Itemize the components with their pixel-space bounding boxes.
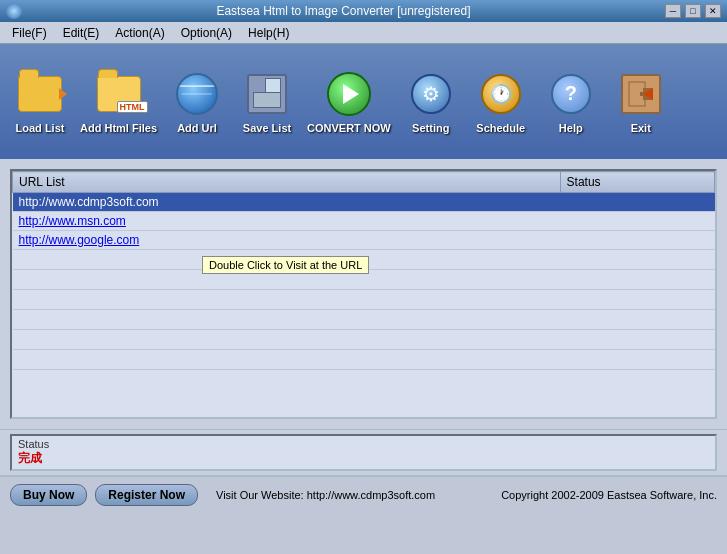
convert-now-icon	[325, 70, 373, 118]
floppy-icon	[247, 74, 287, 114]
exit-label: Exit	[631, 122, 651, 134]
html-folder-icon: HTML	[97, 76, 141, 112]
col-url-header: URL List	[13, 172, 561, 193]
play-icon	[327, 72, 371, 116]
convert-now-label: CONVERT NOW	[307, 122, 391, 134]
minimize-button[interactable]: ─	[665, 4, 681, 18]
table-row[interactable]: http://www.google.com	[13, 231, 715, 250]
add-url-icon	[173, 70, 221, 118]
exit-icon	[617, 70, 665, 118]
help-icon: ?	[547, 70, 595, 118]
status-cell	[560, 231, 714, 250]
load-list-button[interactable]: Load List	[10, 70, 70, 134]
url-link[interactable]: http://www.msn.com	[19, 214, 126, 228]
url-cell[interactable]: http://www.cdmp3soft.com	[13, 193, 561, 212]
door-icon	[621, 74, 661, 114]
table-row	[13, 290, 715, 310]
load-list-icon	[16, 70, 64, 118]
add-html-files-button[interactable]: HTML Add Html Files	[80, 70, 157, 134]
setting-icon: ⚙	[407, 70, 455, 118]
url-cell[interactable]: http://www.msn.com	[13, 212, 561, 231]
convert-now-button[interactable]: CONVERT NOW	[307, 70, 391, 134]
add-url-button[interactable]: Add Url	[167, 70, 227, 134]
main-area: URL List Status http://www.cdmp3soft.com…	[0, 159, 727, 429]
setting-label: Setting	[412, 122, 449, 134]
url-table-container: URL List Status http://www.cdmp3soft.com…	[10, 169, 717, 419]
close-button[interactable]: ✕	[705, 4, 721, 18]
status-value: 完成	[18, 450, 709, 467]
save-list-button[interactable]: Save List	[237, 70, 297, 134]
clock-icon: 🕐	[481, 74, 521, 114]
add-url-label: Add Url	[177, 122, 217, 134]
menu-help[interactable]: Help(H)	[240, 24, 297, 42]
url-link[interactable]: http://www.cdmp3soft.com	[19, 195, 159, 209]
save-list-label: Save List	[243, 122, 291, 134]
menu-edit[interactable]: Edit(E)	[55, 24, 108, 42]
toolbar: Load List HTML Add Html Files Add Url Sa…	[0, 44, 727, 159]
svg-rect-3	[640, 92, 643, 96]
schedule-label: Schedule	[476, 122, 525, 134]
schedule-icon: 🕐	[477, 70, 525, 118]
title-bar: Eastsea Html to Image Converter [unregis…	[0, 0, 727, 22]
app-icon	[6, 3, 22, 19]
add-html-files-icon: HTML	[95, 70, 143, 118]
status-area: Status 完成	[0, 429, 727, 475]
menu-action[interactable]: Action(A)	[107, 24, 172, 42]
exit-button[interactable]: Exit	[611, 70, 671, 134]
menu-bar: File(F) Edit(E) Action(A) Option(A) Help…	[0, 22, 727, 44]
folder-icon	[18, 76, 62, 112]
status-label: Status	[18, 438, 709, 450]
question-icon: ?	[551, 74, 591, 114]
save-list-icon	[243, 70, 291, 118]
help-label: Help	[559, 122, 583, 134]
buy-now-button[interactable]: Buy Now	[10, 484, 87, 506]
play-arrow-icon	[343, 84, 359, 104]
folder-arrow-icon	[59, 88, 67, 100]
load-list-label: Load List	[16, 122, 65, 134]
table-row[interactable]: http://www.cdmp3soft.com	[13, 193, 715, 212]
window-controls[interactable]: ─ □ ✕	[665, 4, 721, 18]
menu-option[interactable]: Option(A)	[173, 24, 240, 42]
table-row	[13, 350, 715, 370]
add-html-files-label: Add Html Files	[80, 122, 157, 134]
table-row[interactable]: http://www.msn.com	[13, 212, 715, 231]
url-cell[interactable]: http://www.google.com	[13, 231, 561, 250]
tooltip: Double Click to Visit at the URL	[202, 256, 369, 274]
help-button[interactable]: ? Help	[541, 70, 601, 134]
window-title: Eastsea Html to Image Converter [unregis…	[22, 4, 665, 18]
schedule-button[interactable]: 🕐 Schedule	[471, 70, 531, 134]
website-text: Visit Our Website: http://www.cdmp3soft.…	[216, 489, 435, 501]
table-row	[13, 310, 715, 330]
copyright-text: Copyright 2002-2009 Eastsea Software, In…	[501, 489, 717, 501]
table-row	[13, 330, 715, 350]
status-cell	[560, 212, 714, 231]
status-box: Status 完成	[10, 434, 717, 471]
status-cell	[560, 193, 714, 212]
menu-file[interactable]: File(F)	[4, 24, 55, 42]
register-now-button[interactable]: Register Now	[95, 484, 198, 506]
gear-icon: ⚙	[411, 74, 451, 114]
restore-button[interactable]: □	[685, 4, 701, 18]
url-link[interactable]: http://www.google.com	[19, 233, 140, 247]
globe-icon	[176, 73, 218, 115]
col-status-header: Status	[560, 172, 714, 193]
setting-button[interactable]: ⚙ Setting	[401, 70, 461, 134]
bottom-bar: Buy Now Register Now Visit Our Website: …	[0, 475, 727, 513]
